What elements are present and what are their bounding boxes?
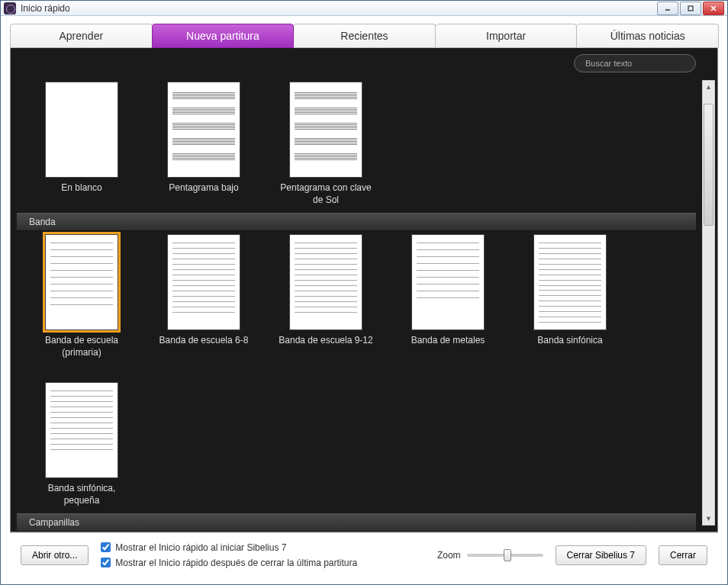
- template-label: Pentagrama bajo: [169, 182, 238, 207]
- tab-recientes[interactable]: Recientes: [293, 24, 436, 48]
- template-thumb: [45, 82, 118, 178]
- section-header-banda: Banda: [17, 213, 696, 231]
- template-label: Pentagrama con clave de Sol: [276, 182, 375, 207]
- scrollbar-thumb[interactable]: [704, 104, 714, 226]
- search-box[interactable]: [574, 54, 696, 72]
- svg-rect-1: [688, 6, 693, 11]
- check-label: Mostrar el Inicio rápido después de cerr…: [115, 558, 357, 568]
- template-thumb: [533, 234, 607, 330]
- tab-label: Nueva partitura: [186, 30, 259, 42]
- tab-aprender[interactable]: Aprender: [10, 24, 153, 48]
- template-en-blanco[interactable]: En blanco: [32, 82, 131, 207]
- quick-start-window: Inicio rápido Aprender Nueva partitura R…: [0, 0, 728, 585]
- minimize-button[interactable]: [657, 2, 678, 15]
- template-thumb: [167, 82, 240, 178]
- tabs: Aprender Nueva partitura Recientes Impor…: [10, 24, 718, 48]
- tab-label: Recientes: [340, 30, 388, 42]
- template-banda-primaria[interactable]: Banda de escuela (primaria): [32, 234, 131, 359]
- template-pentagrama-sol[interactable]: Pentagrama con clave de Sol: [276, 82, 375, 207]
- template-banda-sinfonica[interactable]: Banda sinfónica: [520, 234, 620, 359]
- template-label: Banda de metales: [411, 335, 485, 359]
- search-input[interactable]: [585, 59, 691, 68]
- template-label: Banda de escuela 6-8: [159, 335, 249, 359]
- content: Aprender Nueva partitura Recientes Impor…: [1, 16, 727, 584]
- template-thumb: [45, 382, 118, 478]
- template-label: Banda sinfónica: [537, 335, 602, 359]
- tab-label: Importar: [486, 30, 526, 42]
- titlebar[interactable]: Inicio rápido: [1, 1, 727, 16]
- template-label: En blanco: [61, 182, 101, 207]
- template-thumb: [289, 234, 362, 330]
- template-banda-9-12[interactable]: Banda de escuela 9-12: [276, 234, 375, 359]
- close-sibelius-button[interactable]: Cerrar Sibelius 7: [556, 545, 646, 565]
- scroll-up-icon[interactable]: ▲: [703, 81, 714, 93]
- app-icon: [4, 2, 16, 14]
- template-banda-sinfonica-pequena[interactable]: Banda sinfónica, pequeña: [32, 382, 131, 507]
- checkbox-after-close[interactable]: [101, 558, 111, 567]
- close-button[interactable]: Cerrar: [659, 545, 707, 565]
- template-thumb: [45, 234, 118, 330]
- check-show-after-close[interactable]: Mostrar el Inicio rápido después de cerr…: [101, 558, 357, 568]
- tab-label: Últimas noticias: [610, 30, 685, 42]
- open-other-button[interactable]: Abrir otro...: [21, 545, 89, 565]
- section-header-campanillas: Campanillas: [17, 513, 696, 532]
- check-show-on-start[interactable]: Mostrar el Inicio rápido al iniciar Sibe…: [101, 542, 357, 553]
- close-window-button[interactable]: [703, 2, 724, 15]
- templates-scroll[interactable]: En blanco Pentagrama bajo Pentagrama con…: [11, 79, 717, 532]
- template-pentagrama-bajo[interactable]: Pentagrama bajo: [154, 82, 253, 207]
- window-title: Inicio rápido: [21, 3, 657, 14]
- tab-nueva-partitura[interactable]: Nueva partitura: [152, 24, 295, 48]
- scroll-down-icon[interactable]: ▼: [703, 513, 714, 525]
- template-label: Banda de escuela 9-12: [279, 335, 372, 359]
- zoom-label: Zoom: [437, 550, 461, 561]
- tab-importar[interactable]: Importar: [435, 24, 578, 48]
- templates-panel: En blanco Pentagrama bajo Pentagrama con…: [10, 48, 718, 532]
- template-thumb: [289, 82, 362, 178]
- footer: Abrir otro... Mostrar el Inicio rápido a…: [10, 532, 718, 577]
- maximize-button[interactable]: [680, 2, 701, 15]
- zoom-slider[interactable]: [467, 554, 543, 557]
- template-label: Banda de escuela (primaria): [32, 335, 131, 359]
- template-thumb: [167, 234, 240, 330]
- template-banda-metales[interactable]: Banda de metales: [398, 234, 498, 359]
- check-label: Mostrar el Inicio rápido al iniciar Sibe…: [115, 542, 286, 553]
- tab-label: Aprender: [60, 30, 104, 42]
- template-thumb: [411, 234, 485, 330]
- tab-ultimas-noticias[interactable]: Últimas noticias: [576, 24, 719, 48]
- zoom-slider-thumb[interactable]: [504, 549, 511, 561]
- scrollbar[interactable]: ▲ ▼: [702, 80, 715, 526]
- template-label: Banda sinfónica, pequeña: [32, 483, 131, 507]
- checkbox-start[interactable]: [101, 542, 111, 552]
- template-banda-6-8[interactable]: Banda de escuela 6-8: [154, 234, 253, 359]
